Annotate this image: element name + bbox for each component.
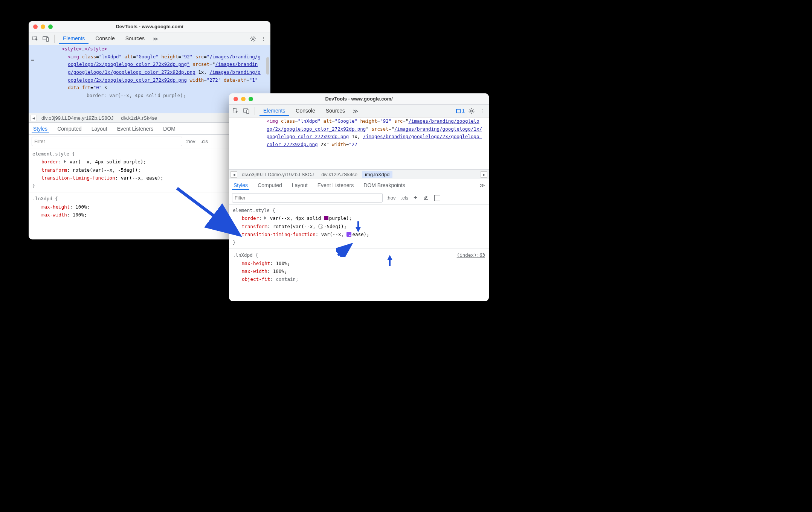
- subtab-styles[interactable]: Styles: [32, 124, 49, 133]
- cls-toggle[interactable]: .cls: [201, 139, 208, 144]
- tab-console[interactable]: Console: [292, 106, 319, 116]
- val-object-fit[interactable]: contain;: [276, 276, 298, 282]
- kebab-menu-icon[interactable]: ⋮: [478, 107, 486, 115]
- val-ttf-post[interactable]: ease);: [352, 232, 369, 237]
- attr-height: height: [360, 118, 377, 124]
- subtab-layout[interactable]: Layout: [90, 124, 109, 133]
- prop-object-fit[interactable]: object-fit: [242, 276, 270, 282]
- more-subtabs-icon[interactable]: ≫: [478, 181, 486, 189]
- attr-srcset: srcset: [371, 126, 388, 132]
- crumb-prev-icon[interactable]: ◂: [230, 171, 237, 178]
- annotation-arrow-down: [356, 227, 361, 232]
- svg-rect-6: [247, 110, 249, 114]
- titlebar[interactable]: DevTools - www.google.com/: [229, 93, 489, 105]
- subtab-computed[interactable]: Computed: [56, 124, 83, 133]
- val-ttf[interactable]: var(--x, ease);: [121, 175, 163, 181]
- subtab-dom-bp[interactable]: DOM: [162, 124, 177, 133]
- prop-max-width[interactable]: max-width: [41, 212, 67, 218]
- zoom-icon[interactable]: [249, 97, 253, 101]
- val-max-width[interactable]: 100%;: [73, 212, 87, 218]
- device-toggle-icon[interactable]: [42, 35, 50, 43]
- minimize-icon[interactable]: [41, 24, 45, 29]
- kebab-menu-icon[interactable]: ⋮: [260, 35, 267, 43]
- device-toggle-icon[interactable]: [243, 107, 250, 115]
- crumb-2[interactable]: div.k1zIA.rSk4se: [318, 171, 360, 178]
- tab-console[interactable]: Console: [92, 34, 118, 44]
- crumb-1[interactable]: div.o3j99.LLD4me.yr19Zb.LS8OJ: [239, 171, 317, 178]
- breadcrumb-bar: ◂ div.o3j99.LLD4me.yr19Zb.LS8OJ div.k1zI…: [229, 169, 489, 179]
- hov-toggle[interactable]: :hov: [386, 195, 396, 201]
- titlebar[interactable]: DevTools - www.google.com/: [29, 21, 270, 32]
- crumb-prev-icon[interactable]: ◂: [30, 115, 37, 121]
- subtab-layout[interactable]: Layout: [290, 181, 309, 190]
- subtab-listeners[interactable]: Event Listeners: [116, 124, 155, 133]
- prop-transform[interactable]: transform: [41, 167, 67, 173]
- crumb-2[interactable]: div.k1zIA.rSk4se: [118, 114, 160, 122]
- panel-toggle-icon[interactable]: [434, 195, 440, 201]
- tab-sources[interactable]: Sources: [122, 34, 148, 44]
- val-max-width[interactable]: 100%;: [273, 268, 287, 274]
- styles-pane[interactable]: element.style { border: var(--x, 4px sol…: [229, 205, 489, 287]
- val-border-pre[interactable]: var(--x, 4px solid: [270, 215, 324, 221]
- crumb-3-selected[interactable]: img.lnXdpd: [362, 171, 392, 178]
- collapse-ellipsis-icon[interactable]: ⋯: [31, 56, 34, 64]
- val-border-post[interactable]: purple);: [329, 215, 352, 221]
- inspect-icon[interactable]: [232, 107, 240, 115]
- subtab-computed[interactable]: Computed: [256, 181, 284, 190]
- angle-swatch-icon[interactable]: [318, 224, 323, 229]
- val-max-height[interactable]: 100%;: [276, 261, 290, 266]
- attr-width: width: [190, 77, 204, 83]
- brush-icon[interactable]: [423, 194, 429, 201]
- prop-transform[interactable]: transform: [242, 224, 267, 229]
- val-transform-pre[interactable]: rotate(var(--x,: [273, 224, 318, 229]
- annotation-arrow-up: [387, 255, 392, 260]
- inspect-icon[interactable]: [32, 35, 39, 43]
- attr-height-val: "92": [181, 54, 192, 59]
- expand-icon[interactable]: [64, 160, 66, 163]
- tab-sources[interactable]: Sources: [322, 106, 349, 116]
- close-icon[interactable]: [234, 97, 238, 101]
- subtab-listeners[interactable]: Event Listeners: [316, 181, 356, 190]
- hov-toggle[interactable]: :hov: [186, 139, 195, 144]
- rule-close: }: [233, 238, 485, 246]
- minimize-icon[interactable]: [241, 97, 246, 101]
- styles-filter-input[interactable]: [232, 193, 383, 203]
- source-link[interactable]: (index):63: [457, 251, 485, 259]
- attr-data-frt: data-frt: [68, 85, 90, 90]
- tab-elements[interactable]: Elements: [259, 106, 289, 116]
- tab-elements[interactable]: Elements: [59, 34, 89, 44]
- dom-tree[interactable]: <img class="lnXdpd" alt="Google" height=…: [229, 117, 489, 169]
- more-tabs-icon[interactable]: ≫: [352, 107, 359, 115]
- close-icon[interactable]: [33, 24, 38, 29]
- settings-icon[interactable]: [468, 107, 475, 115]
- cls-toggle[interactable]: .cls: [401, 195, 409, 201]
- prop-max-width[interactable]: max-width: [242, 268, 267, 274]
- bezier-swatch-icon[interactable]: [346, 232, 351, 237]
- subtab-dom-bp[interactable]: DOM Breakpoints: [362, 181, 406, 190]
- scrollbar[interactable]: [266, 57, 269, 75]
- val-transform-post[interactable]: -5deg));: [324, 224, 346, 229]
- val-transform[interactable]: rotate(var(--x, -5deg));: [73, 167, 141, 173]
- color-swatch-icon[interactable]: [324, 216, 328, 220]
- crumb-next-icon[interactable]: ▸: [481, 171, 487, 178]
- zoom-icon[interactable]: [48, 24, 53, 29]
- val-ttf-pre[interactable]: var(--x,: [321, 232, 347, 237]
- prop-max-height[interactable]: max-height: [242, 261, 270, 266]
- attr-class-val: "lnXdpd": [99, 54, 122, 59]
- issues-button[interactable]: 1: [456, 108, 465, 114]
- val-border[interactable]: var(--x, 4px solid purple);: [70, 159, 146, 165]
- prop-border[interactable]: border: [41, 159, 58, 165]
- settings-icon[interactable]: [249, 35, 257, 43]
- val-max-height[interactable]: 100%;: [75, 204, 90, 210]
- styles-filter-input[interactable]: [32, 137, 182, 146]
- crumb-1[interactable]: div.o3j99.LLD4me.yr19Zb.LS8OJ: [38, 114, 116, 122]
- expand-icon[interactable]: [264, 216, 266, 219]
- prop-ttf[interactable]: transition-timing-function: [242, 232, 316, 237]
- prop-ttf[interactable]: transition-timing-function: [41, 175, 115, 181]
- attr-alt: alt: [125, 54, 133, 59]
- more-tabs-icon[interactable]: ≫: [151, 35, 159, 43]
- prop-max-height[interactable]: max-height: [41, 204, 70, 210]
- subtab-styles[interactable]: Styles: [232, 181, 249, 190]
- new-rule-icon[interactable]: +: [414, 194, 418, 202]
- prop-border[interactable]: border: [242, 215, 259, 221]
